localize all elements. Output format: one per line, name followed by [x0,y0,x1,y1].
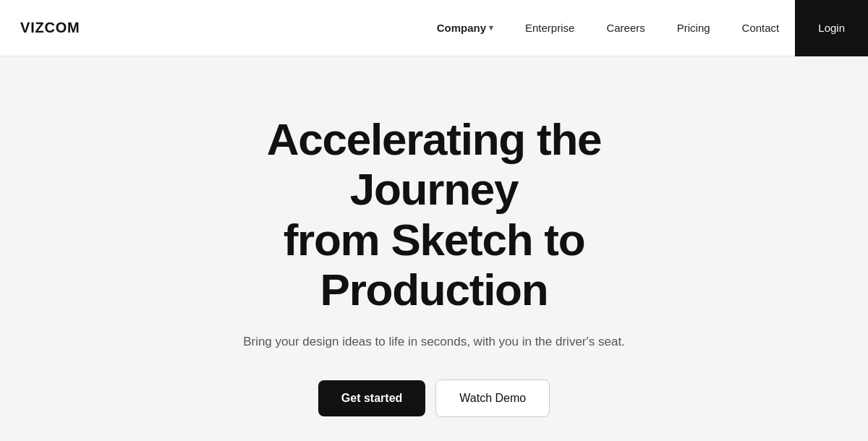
navbar: VIZCOM Company ▾ Enterprise Careers Pric… [0,0,868,56]
hero-buttons: Get started Watch Demo [318,380,550,417]
logo[interactable]: VIZCOM [20,20,80,36]
watch-demo-button[interactable]: Watch Demo [435,380,550,417]
hero-subtitle: Bring your design ideas to life in secon… [243,333,625,351]
nav-item-careers[interactable]: Careers [590,0,660,56]
nav-links: Company ▾ Enterprise Careers Pricing Con… [421,0,845,56]
nav-item-pricing[interactable]: Pricing [661,0,726,56]
chevron-down-icon: ▾ [489,23,493,33]
login-button[interactable]: Login [795,0,868,56]
hero-section: Accelerating the Journey from Sketch to … [0,56,868,441]
nav-item-enterprise[interactable]: Enterprise [509,0,590,56]
hero-title: Accelerating the Journey from Sketch to … [181,114,687,315]
nav-item-contact[interactable]: Contact [726,0,796,56]
nav-item-company[interactable]: Company ▾ [421,0,509,56]
get-started-button[interactable]: Get started [318,380,425,416]
